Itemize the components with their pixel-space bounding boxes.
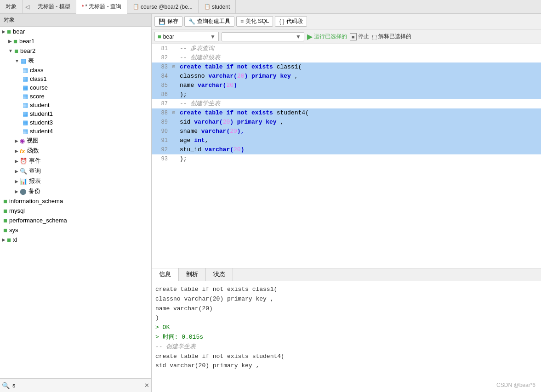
tab-untitled-query[interactable]: * * 无标题 - 查询 (76, 0, 127, 14)
line-content-88: create table if not exists student4( (178, 108, 541, 118)
line-content-86: ); (178, 90, 541, 99)
sidebar-item-score[interactable]: ▦ score (0, 92, 151, 101)
sidebar-label-student: student (30, 102, 50, 108)
code-line-81: 81-- 多表查询 (152, 44, 541, 53)
sidebar-item-queries[interactable]: ▶ 🔍 查询 (0, 166, 151, 176)
sidebar-label-course: course (30, 84, 48, 91)
line-content-93: ); (178, 154, 541, 164)
mysql-icon: ■ (3, 207, 7, 215)
events-icon: ⏰ (20, 158, 27, 165)
sidebar-label-sys: sys (9, 227, 18, 233)
backup-icon: ⬤ (20, 188, 27, 195)
functions-icon: fx (20, 148, 25, 154)
tab-nav-left[interactable]: ◁ (23, 0, 32, 13)
line-content-91: age int, (178, 136, 541, 145)
db-selector[interactable]: ■ bear ▼ (154, 32, 219, 41)
sidebar-item-sys[interactable]: ■ sys (0, 225, 151, 235)
output-line: -- 创建学生表 (155, 342, 537, 352)
sys-icon: ■ (3, 226, 7, 234)
bottom-tab-status[interactable]: 状态 (206, 268, 233, 281)
code-line-92: 92 stu_id varchar(20) (152, 145, 541, 154)
events-arrow: ▶ (15, 159, 18, 164)
db-selector-arrow: ▼ (210, 34, 216, 40)
stop-button[interactable]: ■ 停止 (350, 33, 369, 40)
code-line-90: 90 sname varchar(20), (152, 127, 541, 136)
code-line-85: 85 name varchar(20) (152, 81, 541, 90)
sidebar-label-xl: xl (13, 236, 17, 243)
save-icon: 💾 (159, 18, 165, 25)
sidebar-item-bear[interactable]: ▶ ■ bear (0, 27, 151, 36)
main-layout: 对象 ▶ ■ bear ▶ ■ bear1 ▼ ■ bear2 (0, 14, 541, 392)
save-button[interactable]: 💾 保存 (154, 16, 182, 27)
code-snippet-icon: { } (279, 18, 284, 25)
db-selector-icon: ■ (158, 33, 161, 40)
bottom-tab-profile[interactable]: 剖析 (179, 268, 206, 281)
sidebar-item-student4[interactable]: ▦ student4 (0, 127, 151, 136)
sidebar-label-views: 视图 (27, 136, 39, 145)
explain-label: 解释已选择的 (378, 33, 411, 40)
toolbar: 💾 保存 🔧 查询创建工具 ≡ 美化 SQL { } 代码段 (152, 14, 541, 29)
search-input[interactable] (12, 382, 144, 389)
views-arrow: ▶ (15, 138, 18, 143)
code-line-93: 93); (152, 154, 541, 164)
beautify-button[interactable]: ≡ 美化 SQL (236, 16, 273, 27)
sidebar-label-score: score (30, 93, 45, 100)
line-content-84: classno varchar(20) primary key , (178, 72, 541, 81)
sidebar-item-events[interactable]: ▶ ⏰ 事件 (0, 156, 151, 166)
sidebar-item-bear1[interactable]: ▶ ■ bear1 (0, 36, 151, 46)
beautify-label: 美化 SQL (245, 17, 269, 25)
sidebar-item-reports[interactable]: ▶ 📊 报表 (0, 176, 151, 186)
sidebar-item-student3[interactable]: ▦ student3 (0, 118, 151, 127)
sidebar-item-backup[interactable]: ▶ ⬤ 备份 (0, 186, 151, 196)
line-number-93: 93 (152, 154, 172, 164)
line-fold-83[interactable]: ⊟ (172, 62, 178, 72)
line-content-92: stu_id varchar(20) (178, 145, 541, 154)
search-clear-button[interactable]: ✕ (144, 382, 149, 389)
sidebar-item-bear2[interactable]: ▼ ■ bear2 (0, 46, 151, 56)
tab-course-bear2[interactable]: 📋 course @bear2 (be... (127, 0, 199, 13)
line-fold-88[interactable]: ⊟ (172, 108, 178, 118)
line-content-87: -- 创建学生表 (178, 99, 541, 108)
reports-icon: 📊 (20, 178, 27, 185)
sidebar-item-course[interactable]: ▦ course (0, 83, 151, 92)
output-line: classno varchar(20) primary key , (155, 295, 537, 304)
sidebar-item-functions[interactable]: ▶ fx 函数 (0, 146, 151, 156)
tab-object-label: 对象 (6, 3, 17, 11)
right-panel: 💾 保存 🔧 查询创建工具 ≡ 美化 SQL { } 代码段 ■ bear ▼ (152, 14, 541, 392)
sidebar-tree: ▶ ■ bear ▶ ■ bear1 ▼ ■ bear2 ▼ ▦ 表 (0, 27, 151, 378)
run-button[interactable]: ▶ 运行已选择的 (307, 32, 347, 41)
bottom-tab-info[interactable]: 信息 (152, 268, 179, 281)
code-editor[interactable]: 81-- 多表查询82-- 创建班级表83⊟create table if no… (152, 44, 541, 268)
create-query-button[interactable]: 🔧 查询创建工具 (184, 16, 234, 27)
sidebar-item-student[interactable]: ▦ student (0, 101, 151, 109)
tab-untitled-model-label: 无标题 - 模型 (38, 3, 70, 11)
create-query-icon: 🔧 (188, 18, 195, 25)
tab-untitled-model[interactable]: 无标题 - 模型 (32, 0, 76, 13)
code-snippet-button[interactable]: { } 代码段 (275, 16, 307, 27)
code-line-91: 91 age int, (152, 136, 541, 145)
line-number-83: 83 (152, 62, 172, 72)
sidebar-item-class1[interactable]: ▦ class1 (0, 74, 151, 83)
sidebar-item-xl[interactable]: ▶ ■ xl (0, 235, 151, 244)
tab-student[interactable]: 📋 student (199, 0, 236, 13)
sidebar-item-perf-schema[interactable]: ■ performance_schema (0, 216, 151, 225)
table-selector-arrow: ▼ (296, 34, 301, 40)
line-content-81: -- 多表查询 (178, 44, 541, 53)
sidebar-item-student1[interactable]: ▦ student1 (0, 109, 151, 118)
sidebar-item-class[interactable]: ▦ class (0, 66, 151, 74)
tab-object[interactable]: 对象 (0, 0, 23, 13)
info-icon: ■ (3, 197, 7, 205)
class1-icon: ▦ (23, 75, 28, 82)
explain-button[interactable]: ⬚ 解释已选择的 (372, 33, 411, 40)
output-line: create table if not exists student4( (155, 352, 537, 362)
tab-student-label: student (212, 4, 230, 10)
line-number-85: 85 (152, 81, 172, 90)
sidebar-item-mysql[interactable]: ■ mysql (0, 206, 151, 216)
sidebar-item-tables[interactable]: ▼ ▦ 表 (0, 56, 151, 66)
line-number-88: 88 (152, 108, 172, 118)
line-number-84: 84 (152, 72, 172, 81)
sidebar-item-views[interactable]: ▶ ◉ 视图 (0, 136, 151, 146)
sidebar-item-info-schema[interactable]: ■ information_schema (0, 196, 151, 206)
course-icon: ▦ (23, 84, 28, 91)
table-selector[interactable]: ▼ (222, 32, 304, 41)
